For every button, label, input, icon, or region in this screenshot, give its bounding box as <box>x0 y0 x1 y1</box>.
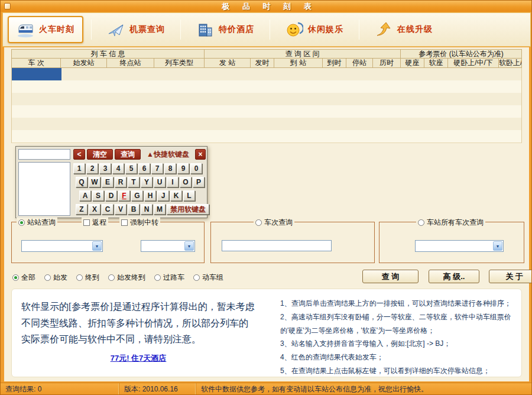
close-icon[interactable]: × <box>195 149 206 160</box>
train-number-query-radio[interactable]: 车次查询 <box>254 218 294 228</box>
station-name-input[interactable] <box>18 149 70 160</box>
toolbar-button-label: 机票查询 <box>129 24 165 35</box>
back-button[interactable]: < <box>73 149 85 160</box>
transfer-checkbox[interactable]: 强制中转 <box>119 218 160 228</box>
key-b[interactable]: B <box>128 204 140 215</box>
suggestion-listbox[interactable] <box>18 162 70 216</box>
return-checkbox[interactable]: 返程 <box>82 218 108 228</box>
about-button[interactable]: 关 于 <box>489 270 532 283</box>
column-header-dep-time[interactable]: 发时 <box>251 59 274 68</box>
key-g[interactable]: G <box>131 190 143 201</box>
to-station-combo[interactable]: ▼ <box>141 240 195 252</box>
table-row[interactable] <box>12 105 521 118</box>
key-q[interactable]: Q <box>76 177 87 187</box>
key-f[interactable]: F <box>118 190 130 201</box>
hotel-promo-link[interactable]: 77元! 住7天酒店 <box>21 353 255 364</box>
toolbar-button-online-upgrade[interactable]: 在线升级 <box>367 17 440 42</box>
from-station-combo[interactable]: ▼ <box>21 240 103 252</box>
column-header-stops[interactable]: 停站 <box>346 59 373 68</box>
key-2[interactable]: 2 <box>86 163 98 174</box>
column-header-terminus[interactable]: 终点站 <box>107 59 154 68</box>
tip-item: 5、在查询结果上点击鼠标左键，可以看到详细的车次停靠站信息； <box>280 364 515 377</box>
filter-radio-1[interactable]: 始发 <box>44 273 67 283</box>
filter-radio-5[interactable]: 动车组 <box>193 273 223 283</box>
station-all-combo[interactable]: ▼ <box>415 240 504 252</box>
query-button[interactable]: 查 询 <box>362 270 419 283</box>
key-m[interactable]: M <box>154 204 166 215</box>
status-bar: 查询结果: 0 版本: 2010.06.16 软件中数据供您参考，如有变动请以车… <box>1 383 532 395</box>
toolbar-button-train-times[interactable]: 火车时刻 <box>8 16 83 43</box>
key-8[interactable]: 8 <box>164 163 176 174</box>
key-w[interactable]: W <box>89 177 100 187</box>
filter-radio-4[interactable]: 过路车 <box>154 273 184 283</box>
toolbar-button-flight-query[interactable]: 机票查询 <box>99 17 173 42</box>
table-row[interactable] <box>12 130 521 143</box>
toolbar-button-hotel-deals[interactable]: 特价酒店 <box>189 17 262 42</box>
key-t[interactable]: T <box>128 177 140 187</box>
key-e[interactable]: E <box>102 177 113 187</box>
keyboard-query-button[interactable]: 查询 <box>115 149 141 160</box>
radio-label: 车站所有车次查询 <box>427 218 484 228</box>
key-4[interactable]: 4 <box>112 163 124 174</box>
key-9[interactable]: 9 <box>177 163 189 174</box>
column-header-train-no[interactable]: 车 次 <box>11 59 61 68</box>
key-x[interactable]: X <box>89 204 100 215</box>
key-y[interactable]: Y <box>141 177 153 187</box>
radio-icon <box>193 274 200 281</box>
key-z[interactable]: Z <box>76 204 87 215</box>
key-l[interactable]: L <box>183 190 195 201</box>
toolbar-separator <box>91 20 92 40</box>
column-header-soft-seat[interactable]: 软座 <box>424 59 448 68</box>
key-s[interactable]: S <box>92 190 104 201</box>
filter-radio-3[interactable]: 始发终到 <box>108 273 145 283</box>
disable-softkeyboard-button[interactable]: 禁用软键盘 <box>167 204 209 215</box>
title-bar[interactable]: 极 品 时 刻 表 <box>1 1 532 12</box>
key-6[interactable]: 6 <box>138 163 150 174</box>
column-header-duration[interactable]: 历时 <box>373 59 401 68</box>
key-1[interactable]: 1 <box>73 163 85 174</box>
key-0[interactable]: 0 <box>190 163 202 174</box>
column-header-arr-station[interactable]: 到 站 <box>274 59 323 68</box>
key-7[interactable]: 7 <box>151 163 163 174</box>
key-3[interactable]: 3 <box>99 163 111 174</box>
checkbox-label: 强制中转 <box>130 218 158 228</box>
column-header-hard-sleeper[interactable]: 硬卧上/中/下 <box>448 59 499 68</box>
key-k[interactable]: K <box>170 190 182 201</box>
column-header-arr-time[interactable]: 到时 <box>323 59 346 68</box>
filter-radio-0[interactable]: 全部 <box>12 273 35 283</box>
table-row[interactable] <box>12 93 521 105</box>
column-header-hard-seat[interactable]: 硬座 <box>401 59 424 68</box>
station-all-trains-radio[interactable]: 车站所有车次查询 <box>416 218 485 228</box>
key-a[interactable]: A <box>79 190 91 201</box>
key-p[interactable]: P <box>193 177 205 187</box>
key-r[interactable]: R <box>115 177 126 187</box>
hotel-icon <box>196 21 214 38</box>
toggle-softkeyboard-button[interactable]: ▲快捷软键盘 <box>142 149 193 160</box>
selected-cell[interactable] <box>12 68 61 80</box>
train-number-input[interactable] <box>222 240 332 251</box>
key-j[interactable]: J <box>157 190 169 201</box>
column-header-train-type[interactable]: 列车类型 <box>154 59 205 68</box>
key-n[interactable]: N <box>141 204 153 215</box>
key-u[interactable]: U <box>154 177 166 187</box>
column-header-soft-sleeper[interactable]: 软卧上/中/下 <box>499 59 522 68</box>
table-row[interactable] <box>12 68 521 80</box>
key-i[interactable]: I <box>167 177 179 187</box>
station-query-radio[interactable]: 站站查询 <box>17 218 57 228</box>
key-v[interactable]: V <box>115 204 126 215</box>
column-header-dep-station[interactable]: 发 站 <box>205 59 251 68</box>
keyboard-controls: < 清空 查询 ▲快捷软键盘 × <box>73 149 206 160</box>
filter-radio-2[interactable]: 终到 <box>76 273 99 283</box>
column-header-origin[interactable]: 始发站 <box>61 59 107 68</box>
plane-icon <box>107 21 125 38</box>
toolbar-button-entertainment[interactable]: 休闲娱乐 <box>278 17 351 42</box>
key-d[interactable]: D <box>105 190 117 201</box>
clear-button[interactable]: 清空 <box>87 149 113 160</box>
table-row[interactable] <box>12 118 521 130</box>
key-o[interactable]: O <box>180 177 192 187</box>
key-5[interactable]: 5 <box>125 163 137 174</box>
table-row[interactable] <box>12 80 521 93</box>
key-c[interactable]: C <box>102 204 113 215</box>
key-h[interactable]: H <box>144 190 156 201</box>
advanced-button[interactable]: 高 级.. <box>429 270 479 283</box>
